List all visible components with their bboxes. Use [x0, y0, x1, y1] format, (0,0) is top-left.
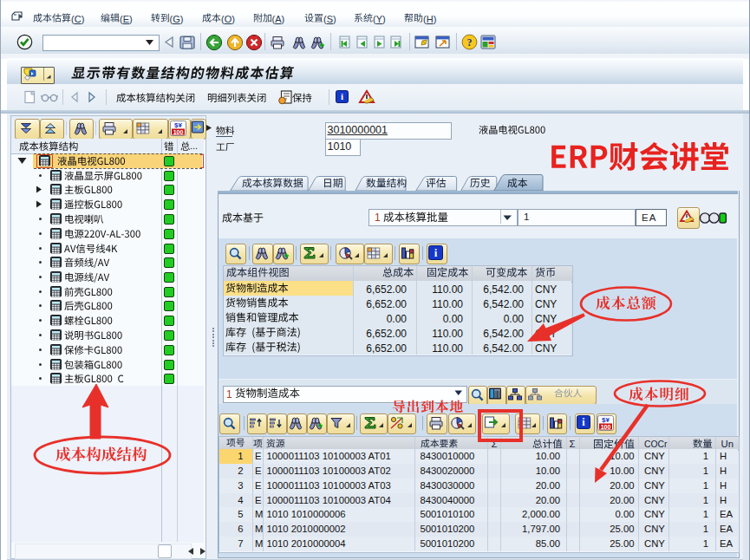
svg-text:i: i — [341, 91, 343, 101]
svg-text:?: ? — [467, 36, 473, 49]
svg-text:i: i — [434, 246, 438, 259]
svg-text:100: 100 — [173, 129, 184, 135]
